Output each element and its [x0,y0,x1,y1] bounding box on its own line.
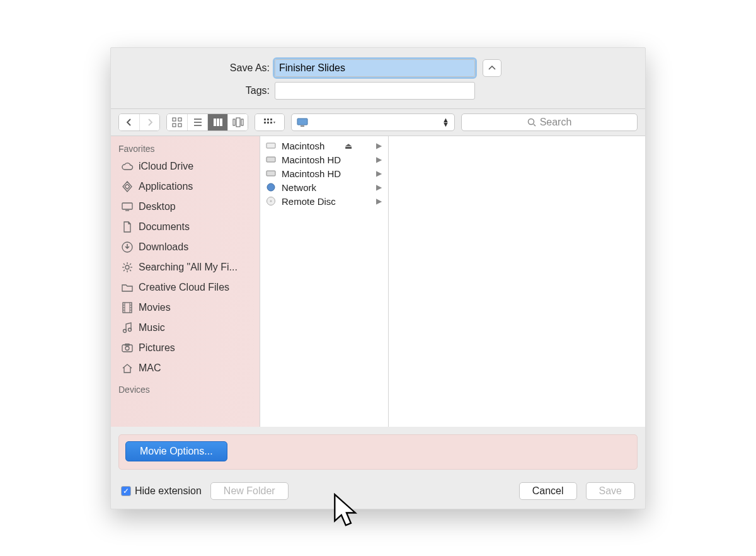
sidebar-item-documents[interactable]: Documents [111,217,260,237]
columns-icon [213,117,223,127]
collapse-button[interactable] [483,59,501,77]
search-icon [527,118,536,127]
column-item-macintosh-hd-1[interactable]: Macintosh HD ▶ [260,153,388,166]
hide-extension-checkbox[interactable]: ✓ Hide extension [121,485,202,497]
sidebar-section-devices: Devices [111,382,260,397]
forward-button[interactable] [139,114,159,130]
accessory-area: Movie Options... [111,427,645,477]
svg-point-26 [125,265,129,269]
sidebar-item-movies[interactable]: Movies [111,298,260,318]
svg-rect-19 [297,119,307,125]
save-as-input[interactable] [275,59,475,77]
pictures-icon [121,342,134,354]
sidebar-item-pictures[interactable]: Pictures [111,338,260,358]
column-item-remote-disc[interactable]: Remote Disc ▶ [260,194,388,208]
coverflow-view-button[interactable] [227,114,248,130]
svg-rect-50 [266,157,275,162]
chevron-left-icon [125,118,133,127]
save-button[interactable]: Save [586,482,635,500]
icon-view-button[interactable] [167,114,187,130]
list-view-button[interactable] [187,114,207,130]
svg-rect-8 [217,119,219,126]
tags-label: Tags: [123,85,270,96]
sidebar-item-search[interactable]: Searching "All My Fi... [111,257,260,277]
back-button[interactable] [119,114,139,130]
preview-pane [389,136,645,427]
search-placeholder: Search [540,117,572,128]
svg-rect-11 [236,118,240,127]
nav-buttons [118,113,160,131]
sidebar-item-downloads[interactable]: Downloads [111,237,260,257]
chevron-right-icon: ▶ [376,155,382,164]
svg-rect-13 [264,119,266,120]
svg-rect-2 [173,124,176,127]
new-folder-button[interactable]: New Folder [210,482,289,500]
svg-rect-20 [301,125,304,127]
search-field[interactable]: Search [461,113,638,131]
sidebar-item-desktop[interactable]: Desktop [111,197,260,217]
disc-icon [265,195,277,207]
movies-icon [121,301,134,314]
grid-icon [172,117,182,127]
chevron-up-icon [488,66,496,71]
column-item-macintosh[interactable]: Macintosh ⏏ ▶ [260,139,388,153]
svg-rect-12 [241,119,243,125]
sidebar-item-creative-cloud[interactable]: Creative Cloud Files [111,277,260,298]
drive-icon [265,154,277,165]
coverflow-icon [232,117,244,127]
sidebar-item-home[interactable]: MAC [111,358,260,378]
grid-dropdown-icon [264,118,275,127]
folder-icon [121,281,134,294]
cloud-icon [121,160,134,173]
sidebar-item-music[interactable]: Music [111,318,260,338]
home-icon [121,362,134,374]
sidebar-item-applications[interactable]: Applications [111,177,260,197]
drive-icon [265,140,277,151]
eject-icon[interactable]: ⏏ [345,141,352,151]
svg-line-34 [123,270,125,271]
applications-icon [121,180,134,193]
column-view-button[interactable] [207,114,227,130]
svg-rect-51 [266,171,275,176]
svg-line-22 [534,124,536,126]
save-as-label: Save As: [123,62,270,74]
tags-input[interactable] [275,82,475,100]
svg-rect-0 [173,118,176,121]
column-devices: Macintosh ⏏ ▶ Macintosh HD ▶ Macintosh H… [260,136,389,427]
checkbox-icon: ✓ [121,486,131,496]
sidebar-section-favorites: Favorites [111,141,260,156]
svg-rect-23 [122,203,132,209]
svg-point-54 [270,200,272,202]
column-item-network[interactable]: Network ▶ [260,180,388,194]
svg-rect-17 [267,122,269,124]
sidebar: Favorites iCloud Drive Applications Desk… [111,136,260,427]
view-buttons [166,113,248,131]
svg-rect-3 [178,124,181,127]
cancel-button[interactable]: Cancel [519,482,577,500]
arrange-button[interactable] [255,114,284,130]
documents-icon [121,221,134,233]
svg-rect-9 [220,119,222,126]
svg-rect-16 [264,122,266,124]
svg-rect-46 [122,345,132,352]
svg-rect-15 [270,119,272,120]
svg-line-31 [123,264,125,265]
svg-line-32 [130,270,131,271]
chevron-right-icon [146,118,154,127]
save-dialog: Save As: Tags: [110,47,646,509]
sidebar-item-icloud[interactable]: iCloud Drive [111,156,260,177]
svg-point-21 [528,119,534,125]
chevron-right-icon: ▶ [376,169,382,178]
chevron-right-icon: ▶ [376,197,382,206]
svg-point-47 [125,347,129,350]
location-popup[interactable]: ▲▼ [291,113,455,131]
column-item-macintosh-hd-2[interactable]: Macintosh HD ▶ [260,166,388,180]
gear-icon [121,261,134,274]
header-fields: Save As: Tags: [111,48,645,108]
svg-rect-49 [266,143,275,148]
chevron-right-icon: ▶ [376,141,382,150]
drive-icon [265,168,277,179]
movie-options-button[interactable]: Movie Options... [125,441,227,461]
bottom-bar: ✓ Hide extension New Folder Cancel Save [111,477,645,509]
svg-rect-18 [270,122,272,124]
